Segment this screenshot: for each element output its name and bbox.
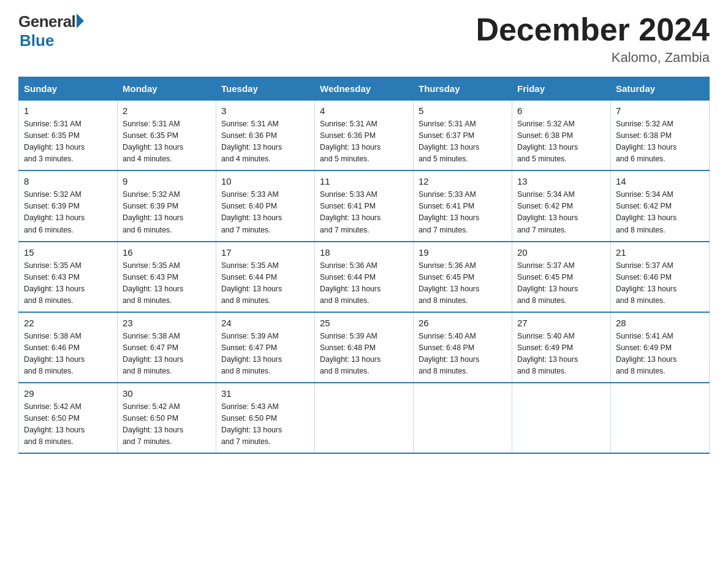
day-info: Sunrise: 5:34 AM Sunset: 6:42 PM Dayligh… (616, 189, 704, 236)
calendar-week-row: 8 Sunrise: 5:32 AM Sunset: 6:39 PM Dayli… (19, 170, 710, 241)
day-info: Sunrise: 5:31 AM Sunset: 6:37 PM Dayligh… (419, 118, 507, 165)
day-number: 1 (24, 105, 112, 116)
calendar-week-row: 15 Sunrise: 5:35 AM Sunset: 6:43 PM Dayl… (19, 242, 710, 312)
day-info: Sunrise: 5:31 AM Sunset: 6:36 PM Dayligh… (320, 118, 408, 165)
calendar-day-cell: 28 Sunrise: 5:41 AM Sunset: 6:49 PM Dayl… (611, 312, 710, 383)
day-number: 31 (221, 388, 309, 399)
day-number: 30 (123, 388, 211, 399)
day-number: 10 (221, 176, 309, 186)
day-info: Sunrise: 5:43 AM Sunset: 6:50 PM Dayligh… (221, 401, 309, 448)
day-number: 26 (419, 318, 507, 328)
day-info: Sunrise: 5:35 AM Sunset: 6:43 PM Dayligh… (24, 260, 112, 307)
logo-text-general: General (18, 12, 75, 31)
col-sunday: Sunday (19, 77, 118, 101)
calendar-day-cell: 29 Sunrise: 5:42 AM Sunset: 6:50 PM Dayl… (19, 383, 118, 453)
day-number: 8 (24, 176, 112, 186)
day-number: 17 (221, 247, 309, 258)
day-number: 2 (123, 105, 211, 116)
col-tuesday: Tuesday (216, 77, 315, 101)
day-number: 16 (123, 247, 211, 258)
col-monday: Monday (118, 77, 216, 101)
day-info: Sunrise: 5:40 AM Sunset: 6:49 PM Dayligh… (517, 331, 605, 377)
day-info: Sunrise: 5:42 AM Sunset: 6:50 PM Dayligh… (123, 401, 211, 448)
day-info: Sunrise: 5:37 AM Sunset: 6:45 PM Dayligh… (517, 260, 605, 307)
day-number: 20 (517, 247, 605, 258)
day-number: 27 (517, 318, 605, 328)
day-info: Sunrise: 5:38 AM Sunset: 6:47 PM Dayligh… (123, 331, 211, 377)
day-info: Sunrise: 5:31 AM Sunset: 6:36 PM Dayligh… (221, 118, 309, 165)
calendar-week-row: 1 Sunrise: 5:31 AM Sunset: 6:35 PM Dayli… (19, 101, 710, 171)
day-number: 14 (616, 176, 704, 186)
calendar-day-cell: 9 Sunrise: 5:32 AM Sunset: 6:39 PM Dayli… (118, 170, 216, 241)
calendar-day-cell: 18 Sunrise: 5:36 AM Sunset: 6:44 PM Dayl… (315, 242, 414, 312)
day-info: Sunrise: 5:31 AM Sunset: 6:35 PM Dayligh… (123, 118, 211, 165)
day-info: Sunrise: 5:40 AM Sunset: 6:48 PM Dayligh… (419, 331, 507, 377)
calendar-day-cell: 25 Sunrise: 5:39 AM Sunset: 6:48 PM Dayl… (315, 312, 414, 383)
day-number: 12 (419, 176, 507, 186)
calendar-day-cell: 24 Sunrise: 5:39 AM Sunset: 6:47 PM Dayl… (216, 312, 315, 383)
calendar-day-cell: 16 Sunrise: 5:35 AM Sunset: 6:43 PM Dayl… (118, 242, 216, 312)
calendar-day-cell: 31 Sunrise: 5:43 AM Sunset: 6:50 PM Dayl… (216, 383, 315, 453)
day-number: 28 (616, 318, 704, 328)
col-friday: Friday (512, 77, 611, 101)
location: Kalomo, Zambia (476, 50, 710, 66)
day-number: 21 (616, 247, 704, 258)
day-number: 3 (221, 105, 309, 116)
calendar-table: Sunday Monday Tuesday Wednesday Thursday… (18, 77, 710, 454)
day-info: Sunrise: 5:39 AM Sunset: 6:47 PM Dayligh… (221, 331, 309, 377)
calendar-day-cell (315, 383, 414, 453)
calendar-day-cell: 11 Sunrise: 5:33 AM Sunset: 6:41 PM Dayl… (315, 170, 414, 241)
day-info: Sunrise: 5:39 AM Sunset: 6:48 PM Dayligh… (320, 331, 408, 377)
calendar-day-cell: 1 Sunrise: 5:31 AM Sunset: 6:35 PM Dayli… (19, 101, 118, 171)
logo-arrow-icon (77, 13, 84, 28)
month-title: December 2024 (476, 12, 710, 47)
calendar-day-cell: 3 Sunrise: 5:31 AM Sunset: 6:36 PM Dayli… (216, 101, 315, 171)
day-number: 25 (320, 318, 408, 328)
calendar-day-cell: 22 Sunrise: 5:38 AM Sunset: 6:46 PM Dayl… (19, 312, 118, 383)
day-info: Sunrise: 5:37 AM Sunset: 6:46 PM Dayligh… (616, 260, 704, 307)
logo-text-blue: Blue (20, 31, 84, 50)
calendar-day-cell: 17 Sunrise: 5:35 AM Sunset: 6:44 PM Dayl… (216, 242, 315, 312)
day-info: Sunrise: 5:38 AM Sunset: 6:46 PM Dayligh… (24, 331, 112, 377)
day-info: Sunrise: 5:36 AM Sunset: 6:45 PM Dayligh… (419, 260, 507, 307)
day-info: Sunrise: 5:33 AM Sunset: 6:41 PM Dayligh… (419, 189, 507, 236)
day-number: 23 (123, 318, 211, 328)
day-number: 9 (123, 176, 211, 186)
day-info: Sunrise: 5:42 AM Sunset: 6:50 PM Dayligh… (24, 401, 112, 448)
calendar-day-cell: 8 Sunrise: 5:32 AM Sunset: 6:39 PM Dayli… (19, 170, 118, 241)
col-saturday: Saturday (611, 77, 710, 101)
title-area: December 2024 Kalomo, Zambia (476, 12, 710, 66)
day-info: Sunrise: 5:34 AM Sunset: 6:42 PM Dayligh… (517, 189, 605, 236)
col-wednesday: Wednesday (315, 77, 414, 101)
calendar-day-cell: 21 Sunrise: 5:37 AM Sunset: 6:46 PM Dayl… (611, 242, 710, 312)
calendar-day-cell: 10 Sunrise: 5:33 AM Sunset: 6:40 PM Dayl… (216, 170, 315, 241)
day-info: Sunrise: 5:33 AM Sunset: 6:41 PM Dayligh… (320, 189, 408, 236)
day-number: 7 (616, 105, 704, 116)
day-info: Sunrise: 5:32 AM Sunset: 6:38 PM Dayligh… (616, 118, 704, 165)
day-number: 4 (320, 105, 408, 116)
day-info: Sunrise: 5:32 AM Sunset: 6:38 PM Dayligh… (517, 118, 605, 165)
day-number: 15 (24, 247, 112, 258)
logo: General Blue (18, 12, 84, 50)
day-info: Sunrise: 5:32 AM Sunset: 6:39 PM Dayligh… (123, 189, 211, 236)
calendar-day-cell: 26 Sunrise: 5:40 AM Sunset: 6:48 PM Dayl… (414, 312, 512, 383)
calendar-day-cell (512, 383, 611, 453)
calendar-day-cell (414, 383, 512, 453)
day-number: 11 (320, 176, 408, 186)
calendar-day-cell: 7 Sunrise: 5:32 AM Sunset: 6:38 PM Dayli… (611, 101, 710, 171)
calendar-day-cell: 13 Sunrise: 5:34 AM Sunset: 6:42 PM Dayl… (512, 170, 611, 241)
calendar-day-cell: 5 Sunrise: 5:31 AM Sunset: 6:37 PM Dayli… (414, 101, 512, 171)
calendar-week-row: 22 Sunrise: 5:38 AM Sunset: 6:46 PM Dayl… (19, 312, 710, 383)
calendar-day-cell: 23 Sunrise: 5:38 AM Sunset: 6:47 PM Dayl… (118, 312, 216, 383)
calendar-day-cell: 14 Sunrise: 5:34 AM Sunset: 6:42 PM Dayl… (611, 170, 710, 241)
page-header: General Blue December 2024 Kalomo, Zambi… (18, 12, 710, 66)
calendar-day-cell: 6 Sunrise: 5:32 AM Sunset: 6:38 PM Dayli… (512, 101, 611, 171)
day-number: 24 (221, 318, 309, 328)
day-number: 5 (419, 105, 507, 116)
calendar-day-cell: 2 Sunrise: 5:31 AM Sunset: 6:35 PM Dayli… (118, 101, 216, 171)
col-thursday: Thursday (414, 77, 512, 101)
header-row: Sunday Monday Tuesday Wednesday Thursday… (19, 77, 710, 101)
day-number: 18 (320, 247, 408, 258)
day-info: Sunrise: 5:33 AM Sunset: 6:40 PM Dayligh… (221, 189, 309, 236)
day-info: Sunrise: 5:32 AM Sunset: 6:39 PM Dayligh… (24, 189, 112, 236)
